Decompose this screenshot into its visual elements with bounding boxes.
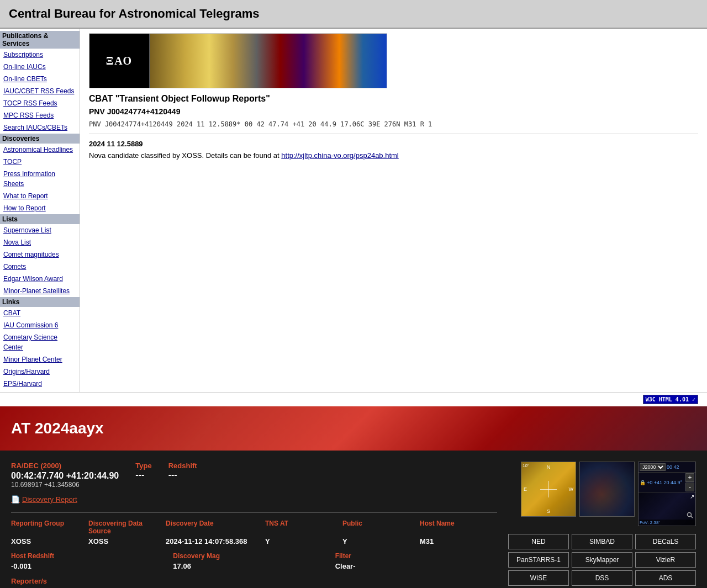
zoom-out-btn[interactable]: - bbox=[685, 483, 694, 491]
report-description: Nova candidate classified by XOSS. Detai… bbox=[89, 151, 698, 160]
dark-table: Reporting Group Discovering Data Source … bbox=[11, 512, 497, 588]
dss-button[interactable]: DSS bbox=[572, 570, 632, 586]
sidebar-item-comets[interactable]: Comets bbox=[0, 261, 80, 273]
ra-dec-label: RA/DEC (2000) bbox=[11, 462, 119, 470]
sidebar-item-what-to-report[interactable]: What to Report bbox=[0, 190, 80, 202]
ra-dec-value: 00:42:47.740 +41:20:44.90 bbox=[11, 471, 119, 481]
thumbnail-1[interactable]: N S E W 10" bbox=[521, 462, 576, 517]
header-tns: TNS AT bbox=[265, 520, 342, 535]
zoom-in-btn[interactable]: + bbox=[685, 473, 694, 482]
sidebar-item-search-iaucs-cbets[interactable]: Search IAUCs/CBETs bbox=[0, 121, 80, 134]
value-host: M31 bbox=[420, 537, 497, 545]
sidebar-item-minor-planet-center[interactable]: Minor Planet Center bbox=[0, 353, 80, 365]
sidebar-item-iau-commission-6[interactable]: IAU Commission 6 bbox=[0, 319, 80, 331]
redshift-group: Redshift --- bbox=[168, 462, 197, 489]
header-discovering: Discovering Data Source bbox=[88, 520, 166, 535]
page-title: Central Bureau for Astronomical Telegram… bbox=[9, 7, 698, 21]
sidebar-item-eps-harvard[interactable]: EPS/Harvard bbox=[0, 378, 80, 390]
ned-button[interactable]: NED bbox=[508, 534, 569, 549]
header-host: Host Name bbox=[420, 520, 497, 535]
table-headers-1: Reporting Group Discovering Data Source … bbox=[11, 520, 497, 535]
sidebar: Publications & ServicesSubscriptionsOn-l… bbox=[0, 29, 80, 392]
sidebar-item-supernovae-list[interactable]: Supernovae List bbox=[0, 224, 80, 236]
type-label: Type bbox=[135, 462, 151, 470]
dark-content: RA/DEC (2000) 00:42:47.740 +41:20:44.90 … bbox=[0, 451, 707, 588]
fov-label: FoV: 2.38' bbox=[639, 520, 695, 526]
value-disc-mag: 17.06 bbox=[173, 562, 335, 570]
search-icon bbox=[687, 512, 693, 520]
thumbnails: N S E W 10" J2000 00 42 bbox=[508, 462, 696, 526]
thumbnail-2[interactable] bbox=[579, 462, 635, 517]
sidebar-item-origins-harvard[interactable]: Origins/Harvard bbox=[0, 365, 80, 378]
skymapper-button[interactable]: SkyMapper bbox=[572, 552, 632, 568]
report-date: 2024 11 12.5889 bbox=[89, 140, 698, 148]
w3c-badge: W3C HTML 4.01 ✓ bbox=[643, 395, 698, 404]
sidebar-item-cbat[interactable]: CBAT bbox=[0, 307, 80, 319]
sidebar-item-tocp-rss-feeds[interactable]: TOCP RSS Feeds bbox=[0, 97, 80, 109]
sidebar-section-lists: Lists bbox=[0, 214, 80, 224]
sidebar-item-on-line-cbets[interactable]: On-line CBETs bbox=[0, 73, 80, 85]
sidebar-item-how-to-report[interactable]: How to Report bbox=[0, 202, 80, 214]
header-host-redshift: Host Redshift bbox=[11, 552, 173, 560]
reporters-label: Reporter/s bbox=[11, 577, 497, 585]
svg-point-0 bbox=[688, 513, 692, 517]
sidebar-item-minor-planet-satellites[interactable]: Minor-Planet Satellites bbox=[0, 285, 80, 297]
sidebar-item-subscriptions[interactable]: Subscriptions bbox=[0, 49, 80, 61]
value-reporting-group: XOSS bbox=[11, 537, 88, 545]
dark-section: AT 2024aayx RA/DEC (2000) 00:42:47.740 +… bbox=[0, 406, 707, 588]
report-title: CBAT "Transient Object Followup Reports" bbox=[89, 94, 698, 104]
value-discovering: XOSS bbox=[88, 537, 166, 545]
simbad-button[interactable]: SIMBAD bbox=[572, 534, 632, 549]
epoch-select[interactable]: J2000 bbox=[640, 463, 666, 471]
coord-inline: RA/DEC (2000) 00:42:47.740 +41:20:44.90 … bbox=[11, 462, 497, 489]
content-area: ΞΑΟ CBAT "Transient Object Followup Repo… bbox=[80, 29, 707, 392]
value-public: Y bbox=[342, 537, 420, 545]
sidebar-item-edgar-wilson-award[interactable]: Edgar Wilson Award bbox=[0, 273, 80, 285]
header-disc-mag: Discovery Mag bbox=[173, 552, 335, 560]
ads-button[interactable]: ADS bbox=[635, 570, 696, 586]
sidebar-item-on-line-iaucs[interactable]: On-line IAUCs bbox=[0, 61, 80, 73]
redshift-value: --- bbox=[168, 470, 197, 480]
dark-header: AT 2024aayx bbox=[0, 406, 707, 451]
sidebar-item-mpc-rss-feeds[interactable]: MPC RSS Feeds bbox=[0, 109, 80, 121]
value-filter: Clear- bbox=[335, 562, 497, 570]
sidebar-section-links: Links bbox=[0, 297, 80, 307]
discovery-report-label: Discovery Report bbox=[22, 495, 77, 504]
transient-title: AT 2024aayx bbox=[11, 420, 104, 437]
data-row: PNV J00424774+4120449 2024 11 12.5889* 0… bbox=[89, 120, 698, 128]
lock-icon: 🔒 bbox=[640, 480, 646, 485]
reporters-section: Reporter/s Yaozhang Ou, Ziyang Mai, Xiao… bbox=[11, 577, 497, 588]
value-discovery-date: 2024-11-12 14:07:58.368 bbox=[166, 537, 265, 545]
header-filter: Filter bbox=[335, 552, 497, 560]
sidebar-item-press-information-sheets[interactable]: Press Information Sheets bbox=[0, 168, 80, 190]
ra-dec-group: RA/DEC (2000) 00:42:47.740 +41:20:44.90 … bbox=[11, 462, 119, 489]
sidebar-item-nova-list[interactable]: Nova List bbox=[0, 236, 80, 248]
value-host-redshift: -0.001 bbox=[11, 562, 173, 570]
finder-coord2: +0 +41 20 44.9° bbox=[647, 480, 682, 485]
dark-left: RA/DEC (2000) 00:42:47.740 +41:20:44.90 … bbox=[11, 462, 497, 588]
finder-coord: 00 42 bbox=[667, 464, 679, 470]
type-group: Type --- bbox=[135, 462, 151, 489]
divider bbox=[89, 134, 698, 134]
header-reporting-group: Reporting Group bbox=[11, 520, 88, 535]
page-header: Central Bureau for Astronomical Telegram… bbox=[0, 0, 707, 29]
decals-button[interactable]: DECaLS bbox=[635, 534, 696, 549]
wise-button[interactable]: WISE bbox=[508, 570, 569, 586]
table-row-1: Reporting Group Discovering Data Source … bbox=[11, 520, 497, 545]
table-values-1: XOSS XOSS 2024-11-12 14:07:58.368 Y Y M3… bbox=[11, 537, 497, 545]
banner-image: ΞΑΟ bbox=[89, 33, 387, 88]
coord-section: RA/DEC (2000) 00:42:47.740 +41:20:44.90 … bbox=[11, 462, 497, 489]
sidebar-item-iauc-cbet-rss-feeds[interactable]: IAUC/CBET RSS Feeds bbox=[0, 85, 80, 97]
description-link[interactable]: http://xjltp.china-vo.org/psp24ab.html bbox=[281, 151, 398, 160]
dark-right: N S E W 10" J2000 00 42 bbox=[508, 462, 696, 588]
panstarrs-1-button[interactable]: PanSTARRS-1 bbox=[508, 552, 569, 568]
header-discovery-date: Discovery Date bbox=[166, 520, 265, 535]
discovery-report-link[interactable]: 📄 Discovery Report bbox=[11, 495, 497, 504]
table-values-2: -0.001 17.06 Clear- bbox=[11, 562, 497, 570]
sidebar-item-astronomical-headlines[interactable]: Astronomical Headlines bbox=[0, 144, 80, 156]
sidebar-item-cometary-science-center[interactable]: Cometary Science Center bbox=[0, 331, 80, 353]
sidebar-item-comet-magnitudes[interactable]: Comet magnitudes bbox=[0, 248, 80, 261]
sidebar-item-tocp[interactable]: TOCP bbox=[0, 156, 80, 168]
sidebar-section-publications-&-services: Publications & Services bbox=[0, 31, 80, 49]
vizier-button[interactable]: VizieR bbox=[635, 552, 696, 568]
